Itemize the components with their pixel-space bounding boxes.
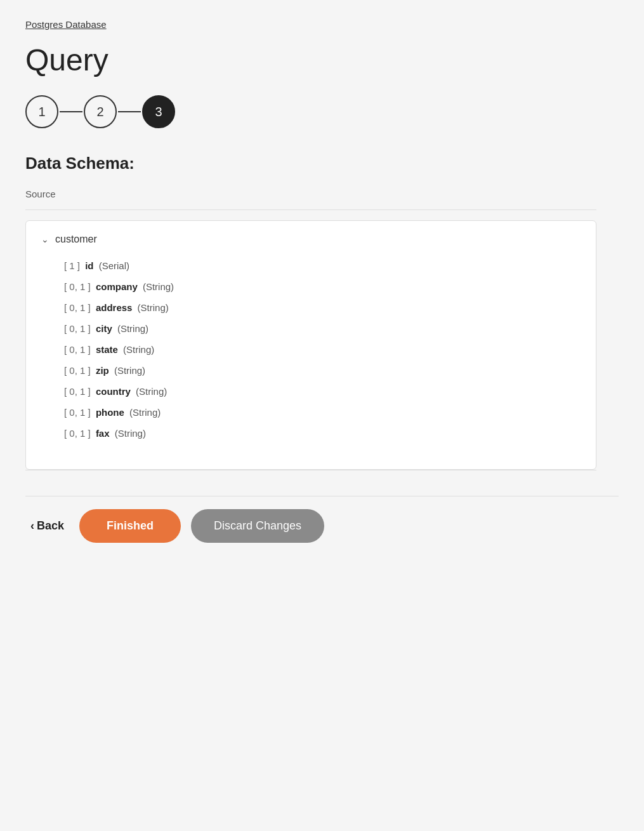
field-index: [ 0, 1 ] — [64, 343, 91, 356]
field-index: [ 0, 1 ] — [64, 427, 91, 440]
field-name: address — [96, 301, 133, 314]
page-title: Query — [25, 43, 619, 77]
field-type: (String) — [138, 301, 169, 314]
field-type: (String) — [117, 322, 148, 335]
field-name: id — [85, 259, 93, 272]
source-section: Source ⌄ customer [ 1 ] id (Serial) [ 0,… — [25, 189, 596, 470]
field-type: (String) — [123, 343, 154, 356]
field-index: [ 0, 1 ] — [64, 406, 91, 419]
field-index: [ 0, 1 ] — [64, 280, 91, 293]
field-type: (String) — [114, 364, 145, 377]
field-index: [ 1 ] — [64, 259, 80, 272]
field-name: state — [96, 343, 118, 356]
field-name: company — [96, 280, 138, 293]
step-1[interactable]: 1 — [25, 95, 58, 128]
field-row-6: [ 0, 1 ] country (String) — [41, 381, 581, 402]
field-type: (String) — [115, 427, 146, 440]
table-header[interactable]: ⌄ customer — [41, 234, 581, 245]
back-button[interactable]: ‹ Back — [25, 519, 69, 533]
source-label: Source — [25, 189, 596, 199]
footer: ‹ Back Finished Discard Changes — [25, 496, 619, 543]
field-type: (Serial) — [99, 259, 129, 272]
field-row-8: [ 0, 1 ] fax (String) — [41, 423, 581, 444]
step-3[interactable]: 3 — [142, 95, 175, 128]
chevron-down-icon: ⌄ — [41, 234, 49, 244]
field-index: [ 0, 1 ] — [64, 322, 91, 335]
field-type: (String) — [136, 385, 167, 398]
schema-section: ⌄ customer [ 1 ] id (Serial) [ 0, 1 ] co… — [25, 220, 596, 470]
field-name: city — [96, 322, 112, 335]
step-connector-1 — [60, 111, 82, 112]
step-connector-2 — [118, 111, 141, 112]
field-type: (String) — [129, 406, 161, 419]
top-divider — [25, 209, 596, 210]
field-row-2: [ 0, 1 ] address (String) — [41, 297, 581, 318]
field-name: country — [96, 385, 131, 398]
field-row-4: [ 0, 1 ] state (String) — [41, 339, 581, 360]
bottom-divider — [25, 470, 596, 470]
field-index: [ 0, 1 ] — [64, 301, 91, 314]
field-row-3: [ 0, 1 ] city (String) — [41, 318, 581, 339]
field-row-7: [ 0, 1 ] phone (String) — [41, 402, 581, 423]
section-title: Data Schema: — [25, 154, 619, 173]
field-name: zip — [96, 364, 109, 377]
field-row-1: [ 0, 1 ] company (String) — [41, 276, 581, 297]
field-index: [ 0, 1 ] — [64, 385, 91, 398]
table-name: customer — [55, 234, 97, 245]
back-label: Back — [37, 519, 64, 533]
field-row-0: [ 1 ] id (Serial) — [41, 255, 581, 276]
field-row-5: [ 0, 1 ] zip (String) — [41, 360, 581, 381]
field-name: fax — [96, 427, 110, 440]
field-index: [ 0, 1 ] — [64, 364, 91, 377]
field-type: (String) — [143, 280, 174, 293]
back-icon: ‹ — [30, 519, 34, 533]
step-2[interactable]: 2 — [84, 95, 117, 128]
discard-changes-button[interactable]: Discard Changes — [191, 509, 324, 543]
finished-button[interactable]: Finished — [79, 509, 181, 543]
stepper: 1 2 3 — [25, 95, 619, 128]
field-name: phone — [96, 406, 124, 419]
breadcrumb-link[interactable]: Postgres Database — [25, 19, 107, 30]
